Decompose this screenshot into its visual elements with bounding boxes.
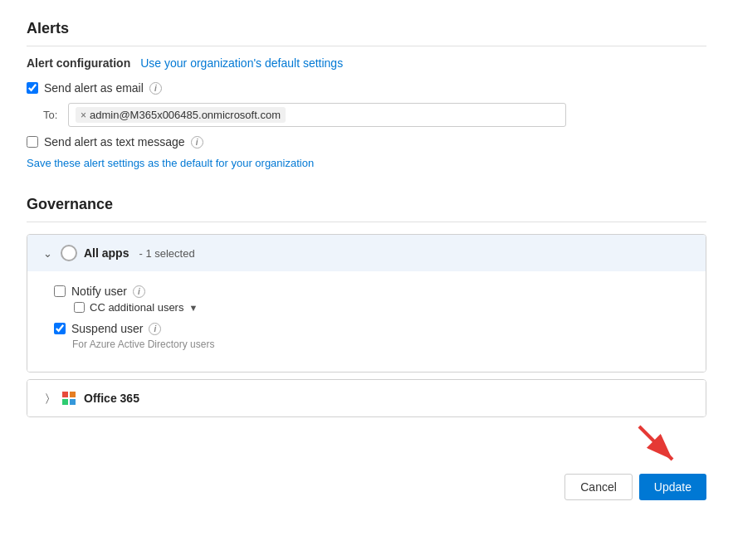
suspend-user-info-icon: i xyxy=(149,323,161,335)
cc-users-label: CC additional users xyxy=(90,301,183,314)
notify-user-label: Notify user xyxy=(71,285,127,298)
config-row: Alert configuration Use your organizatio… xyxy=(27,56,706,70)
svg-line-5 xyxy=(639,426,672,460)
red-arrow-indicator xyxy=(635,422,685,468)
all-apps-subtitle: - 1 selected xyxy=(139,247,194,260)
save-default-link[interactable]: Save these alert settings as the default… xyxy=(27,157,706,169)
footer-buttons: Cancel Update xyxy=(0,460,733,514)
office365-panel-header[interactable]: 〉 Office 365 xyxy=(27,380,706,416)
suspend-user-option: Suspend user i For Azure Active Director… xyxy=(54,322,689,350)
default-settings-link[interactable]: Use your organization's default settings xyxy=(140,56,343,70)
office365-chevron-icon: 〉 xyxy=(41,392,54,405)
svg-rect-2 xyxy=(62,399,68,405)
send-text-checkbox[interactable] xyxy=(27,136,38,148)
alerts-title: Alerts xyxy=(27,20,706,46)
all-apps-panel: ⌄ All apps - 1 selected Notify user i CC… xyxy=(27,234,706,373)
email-tag: × admin@M365x006485.onmicrosoft.com xyxy=(76,107,286,123)
notify-user-info-icon: i xyxy=(133,285,145,298)
all-apps-title: All apps xyxy=(84,246,129,260)
all-apps-icon xyxy=(61,245,77,261)
svg-rect-3 xyxy=(70,399,76,405)
send-text-label: Send alert as text message xyxy=(44,135,185,149)
send-text-info-icon: i xyxy=(191,136,203,149)
alerts-section: Alerts Alert configuration Use your orga… xyxy=(27,20,706,169)
suspend-user-checkbox[interactable] xyxy=(54,323,66,334)
all-apps-panel-body: Notify user i CC additional users ▼ Susp… xyxy=(27,271,706,372)
cc-users-dropdown-icon[interactable]: ▼ xyxy=(188,303,198,313)
all-apps-chevron-icon: ⌄ xyxy=(41,247,54,260)
office365-icon xyxy=(61,390,77,407)
governance-section: Governance ⌄ All apps - 1 selected Notif… xyxy=(27,196,706,417)
alert-config-label: Alert configuration xyxy=(27,56,130,70)
office365-panel: 〉 Office 365 xyxy=(27,379,706,417)
send-email-row: Send alert as email i xyxy=(27,81,706,95)
notify-user-checkbox[interactable] xyxy=(54,285,66,297)
to-row: To: × admin@M365x006485.onmicrosoft.com xyxy=(43,103,706,127)
email-tag-remove[interactable]: × xyxy=(81,110,86,121)
governance-title: Governance xyxy=(27,196,706,222)
svg-rect-0 xyxy=(62,392,68,397)
cc-users-checkbox[interactable] xyxy=(74,302,85,313)
cc-additional-users-row: CC additional users ▼ xyxy=(74,301,689,314)
office365-title: Office 365 xyxy=(84,392,139,405)
suspend-user-row: Suspend user i xyxy=(54,322,689,335)
suspend-user-sub-text: For Azure Active Directory users xyxy=(72,338,689,350)
notify-user-option: Notify user i CC additional users ▼ xyxy=(54,285,689,314)
notify-user-row: Notify user i xyxy=(54,285,689,298)
suspend-user-label: Suspend user xyxy=(71,322,143,335)
send-email-checkbox[interactable] xyxy=(27,82,38,94)
to-label: To: xyxy=(43,109,60,121)
send-text-row: Send alert as text message i xyxy=(27,135,706,149)
send-email-label: Send alert as email xyxy=(44,81,144,95)
send-email-info-icon: i xyxy=(149,82,162,95)
svg-rect-1 xyxy=(70,392,76,397)
cancel-button[interactable]: Cancel xyxy=(564,474,633,500)
all-apps-panel-header[interactable]: ⌄ All apps - 1 selected xyxy=(27,235,706,271)
email-field[interactable]: × admin@M365x006485.onmicrosoft.com xyxy=(68,103,566,127)
update-button[interactable]: Update xyxy=(639,474,706,500)
email-value: admin@M365x006485.onmicrosoft.com xyxy=(90,109,281,121)
